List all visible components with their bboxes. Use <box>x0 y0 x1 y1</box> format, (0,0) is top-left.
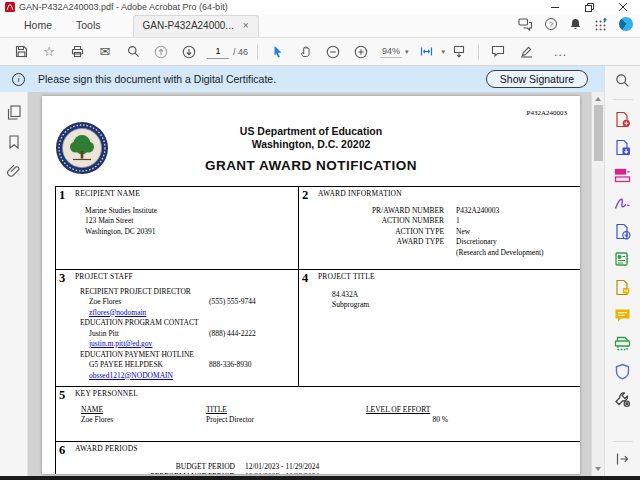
gan-table: 1 RECIPIENT NAME Marine Studies Institut… <box>55 186 580 474</box>
page-display-icon[interactable] <box>445 41 473 63</box>
help-icon[interactable]: ? <box>545 18 557 30</box>
chevron-down-icon: ▾ <box>405 48 409 56</box>
zoom-level-dropdown[interactable]: 94% ▾ <box>380 45 409 58</box>
edit-pdf-icon[interactable] <box>614 166 632 184</box>
zoom-out-icon[interactable] <box>319 41 347 63</box>
zoom-level-value: 94% <box>380 45 402 58</box>
box2-heading: AWARD INFORMATION <box>318 189 576 200</box>
email-link[interactable]: obssed1212@NODOMAIN <box>89 371 294 382</box>
box-award-information: 2 AWARD INFORMATION PR/AWARD NUMBERP432A… <box>299 187 580 269</box>
protect-icon[interactable] <box>614 362 632 380</box>
attachments-icon[interactable] <box>7 164 20 178</box>
tab-tools[interactable]: Tools <box>64 15 113 37</box>
export-pdf-icon[interactable] <box>614 138 632 156</box>
box-project-staff: 3 PROJECT STAFF RECIPIENT PROJECT DIRECT… <box>56 270 299 386</box>
info-icon: i <box>12 73 25 86</box>
request-signatures-icon[interactable] <box>614 278 632 296</box>
search-tools-icon[interactable] <box>614 71 632 89</box>
title-bar: GAN-P432A240003.pdf - Adobe Acrobat Pro … <box>0 0 640 14</box>
acrobat-logo-icon <box>5 2 15 12</box>
doc-header-line1: US Department of Education <box>42 125 580 137</box>
show-signature-button[interactable]: Show Signature <box>486 70 588 88</box>
page-number-input[interactable] <box>207 44 229 59</box>
hand-tool-icon[interactable] <box>291 41 319 63</box>
tab-close-icon[interactable]: × <box>243 21 249 31</box>
apps-grid-icon[interactable] <box>594 18 607 31</box>
taskbar-edge <box>0 476 640 480</box>
zoom-in-icon[interactable] <box>347 41 375 63</box>
more-tools-icon[interactable] <box>614 390 632 408</box>
right-tools-rail <box>604 66 640 476</box>
more-tools-ellipsis-icon[interactable]: ... <box>554 45 567 59</box>
minimize-button[interactable] <box>538 0 572 14</box>
fit-width-icon[interactable] <box>414 41 442 63</box>
organize-pages-icon[interactable] <box>614 222 632 240</box>
box1-heading: RECIPIENT NAME <box>75 189 294 200</box>
tab-bar: Home Tools GAN-P432A24000... × ? <box>0 14 640 38</box>
collapse-panel-icon[interactable] <box>614 450 632 468</box>
doc-header-line2: Washington, D.C. 20202 <box>42 138 580 150</box>
select-tool-icon[interactable] <box>263 41 291 63</box>
doc-title: GRANT AWARD NOTIFICATION <box>42 158 580 173</box>
highlighter-icon[interactable] <box>512 41 540 63</box>
tab-home[interactable]: Home <box>12 15 64 37</box>
notification-message: Please sign this document with a Digital… <box>38 73 276 85</box>
vertical-scrollbar[interactable] <box>591 92 604 476</box>
window-title: GAN-P432A240003.pdf - Adobe Acrobat Pro … <box>19 2 228 12</box>
box4-heading: PROJECT TITLE <box>318 272 576 283</box>
scroll-down-icon[interactable] <box>595 467 601 471</box>
scrollbar-thumb[interactable] <box>594 105 603 161</box>
scroll-up-icon[interactable] <box>595 97 601 101</box>
tab-document[interactable]: GAN-P432A24000... × <box>133 15 259 37</box>
box-recipient-name: 1 RECIPIENT NAME Marine Studies Institut… <box>56 187 299 269</box>
left-navigation-rail <box>0 92 28 476</box>
create-pdf-icon[interactable] <box>614 110 632 128</box>
comment-tool-icon[interactable] <box>614 306 632 324</box>
bookmarks-icon[interactable] <box>8 135 20 149</box>
page-thumbnails-icon[interactable] <box>7 105 21 120</box>
search-icon[interactable] <box>119 41 147 63</box>
main-toolbar: ☆ ✉ / 46 94% ▾ ▾ ... <box>0 38 640 66</box>
save-icon[interactable] <box>7 41 35 63</box>
user-avatar[interactable] <box>619 17 633 31</box>
close-button[interactable] <box>606 0 640 14</box>
email-icon[interactable]: ✉ <box>91 41 119 63</box>
box5-heading: KEY PERSONNEL <box>75 389 576 400</box>
tab-document-label: GAN-P432A24000... <box>143 20 234 31</box>
next-page-icon[interactable] <box>175 41 203 63</box>
restore-button[interactable] <box>572 0 606 14</box>
comment-icon[interactable] <box>484 41 512 63</box>
star-icon[interactable]: ☆ <box>35 41 63 63</box>
document-number: P432A240003 <box>527 109 567 117</box>
notifications-bell-icon[interactable] <box>569 18 582 31</box>
send-for-review-icon[interactable] <box>614 250 632 268</box>
fill-sign-icon[interactable] <box>614 194 632 212</box>
previous-page-icon[interactable] <box>147 41 175 63</box>
document-viewport[interactable]: P432A240003 US Department of Education W… <box>28 92 591 476</box>
box3-heading: PROJECT STAFF <box>75 272 294 283</box>
box6-heading: AWARD PERIODS <box>75 444 576 455</box>
box-award-periods: 6 AWARD PERIODS BUDGET PERIOD12/01/2023 … <box>56 442 580 474</box>
pdf-page: P432A240003 US Department of Education W… <box>42 96 580 474</box>
box-project-title: 4 PROJECT TITLE 84.432A Subprogram <box>299 270 580 386</box>
print-icon[interactable] <box>63 41 91 63</box>
feedback-icon[interactable] <box>518 18 533 31</box>
email-link[interactable]: justin.m.pitt@ed.gov <box>89 339 294 350</box>
scan-ocr-icon[interactable] <box>614 334 632 352</box>
signature-notification-bar: i Please sign this document with a Digit… <box>0 66 604 92</box>
email-link[interactable]: zflores@nodomain <box>89 308 294 319</box>
box-key-personnel: 5 KEY PERSONNEL NAME TITLE LEVEL OF EFFO… <box>56 387 580 441</box>
page-count-label: / 46 <box>233 47 248 57</box>
